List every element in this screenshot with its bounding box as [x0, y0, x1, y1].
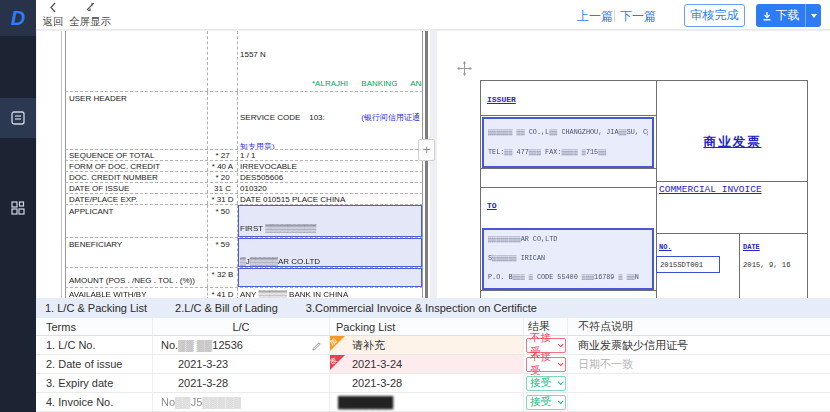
lc-field-tag: * 31 D: [208, 195, 238, 204]
invoice-title-en: COMMERCIAL INVOICE: [659, 184, 762, 195]
back-button[interactable]: 返回: [38, 2, 68, 29]
lc-row-applicant: APPLICANT * 50 FIRST ▒▒▒▒▒▒▒▒▒ SEA▒▒▒▒ ▒…: [65, 205, 423, 238]
chevron-down-icon: [558, 361, 563, 366]
invoice-no-label: NO.: [659, 243, 672, 251]
discrepancy-note: [568, 374, 830, 392]
packing-list-value: 2021-3-24: [352, 358, 402, 370]
flag-modify-ribbon: 改: [330, 355, 345, 370]
invoice-no-highlight: 2015SDT001: [656, 256, 720, 273]
packing-list-cell: 改 2021-3-24: [330, 355, 524, 373]
invoice-no-value: 2015SDT001: [660, 261, 703, 269]
chevron-down-icon: [558, 379, 564, 385]
lc-beneficiary-highlight: ▒J▒▒▒▒▒AR CO.LTD ▒▒▒▒ ANGZHO▒▒▒ ▒▒▒U,CHI…: [238, 238, 422, 267]
discrepancy-note: [568, 393, 830, 411]
lc-field-label: SEQUENCE OF TOTAL: [66, 151, 208, 160]
prev-article-link[interactable]: 上一篇: [577, 8, 613, 25]
lc-field-value: 1 / 1: [238, 151, 422, 160]
lc-field-label: APPLICANT: [66, 205, 208, 237]
result-select[interactable]: 接受: [526, 395, 566, 410]
chevron-down-icon: [811, 14, 817, 18]
lc-field-tag: * 59: [208, 238, 238, 267]
tab-lc-packing-list[interactable]: 1. L/C & Packing List: [36, 302, 161, 314]
sidebar: D: [0, 0, 36, 412]
table-row: 3. Expiry date 2021-3-28 2021-3-28 接受: [36, 374, 830, 393]
lc-field-value: IRREVOCABLE: [238, 162, 422, 171]
packing-list-value: 请补充: [352, 338, 385, 353]
invoice-issuer-line: ▒▒▒▒▒▒ ▒▒ CO.,L▒▒ CHANGZHOU, JIA▒▒SU, C▒…: [488, 129, 648, 136]
download-icon: [762, 11, 772, 21]
invoice-date-value: 2015, 9, 16: [743, 261, 790, 269]
app-window: D 返回: [0, 0, 830, 412]
fullscreen-button[interactable]: 全屏显示: [66, 2, 114, 29]
sidebar-item-documents[interactable]: [0, 98, 36, 138]
lc-field-value: DES505606: [238, 173, 422, 182]
panel-expand-button[interactable]: +: [418, 139, 435, 161]
lc-header-line: 1557 N: [240, 50, 420, 61]
download-dropdown-toggle[interactable]: [805, 4, 821, 27]
table-row: 2. Date of issue 2021-3-23 改 2021-3-24 不…: [36, 355, 830, 374]
tab-commercial-invoice-inspection[interactable]: 3.Commercial Invoice & Inspection on Cer…: [292, 302, 551, 314]
comparison-table: Terms L/C Packing List 结果 不符点说明 1. L/C N…: [36, 318, 830, 412]
lc-document: 1557 N *ALRAJHI BANKING AND INVESTMENT *…: [65, 31, 423, 298]
app-logo[interactable]: D: [0, 0, 36, 36]
lc-service-code: SERVICE CODE 103:: [240, 113, 325, 124]
lc-row-header: 1557 N *ALRAJHI BANKING AND INVESTMENT *…: [65, 31, 423, 92]
packing-list-cell: 加 请补充: [330, 336, 524, 354]
lc-field-value: DATE 010515 PLACE CHINA: [238, 195, 422, 204]
table-header-row: Terms L/C Packing List 结果 不符点说明: [36, 318, 830, 336]
lc-row-beneficiary: BENEFICIARY * 59 ▒J▒▒▒▒▒AR CO.LTD ▒▒▒▒ A…: [65, 238, 423, 268]
lc-field-label: DATE OF ISSUE: [66, 184, 208, 193]
result-cell: 接受: [524, 393, 568, 411]
sidebar-item-apps[interactable]: [0, 188, 36, 228]
logo-letter: D: [11, 7, 25, 30]
lc-bank-stamp-note: (银行间信用证通: [361, 113, 420, 124]
lc-cell: No.▒▒ ▒▒12536: [153, 336, 330, 354]
invoice-date-label: DATE: [743, 243, 760, 251]
discrepancy-note: 商业发票缺少信用证号: [568, 336, 830, 354]
invoice-to-highlight: ▒▒▒▒▒▒▒▒AR CO,LTD S▒▒▒▒▒▒ IRICAN P.O. B▒…: [482, 228, 654, 290]
packing-list-cell: ████████: [330, 393, 524, 411]
redacted-value: ████████: [338, 396, 392, 408]
review-complete-button[interactable]: 审核完成: [684, 4, 745, 27]
lc-field-tag: 31 C: [208, 184, 238, 193]
lc-field-label: BENEFICIARY: [66, 238, 208, 267]
fullscreen-label: 全屏显示: [69, 15, 111, 27]
topbar: 返回 全屏显示 上一篇 下一篇 审核完成 下载: [36, 0, 830, 30]
chevron-down-icon: [558, 398, 564, 404]
left-panel-scrollbar[interactable]: [425, 31, 428, 298]
lc-field-label: DOC. CREDIT NUMBER: [66, 173, 208, 182]
edit-pencil-icon[interactable]: [312, 341, 321, 353]
tab-lc-bill-of-lading[interactable]: 2.L/C & Bill of Lading: [161, 302, 292, 314]
lc-cell: 2021-3-28: [153, 374, 330, 392]
next-article-link[interactable]: 下一篇: [620, 8, 656, 25]
discrepancy-note: 日期不一致: [568, 355, 830, 373]
fullscreen-icon: [66, 2, 114, 15]
invoice-to-line: ▒▒▒▒▒▒▒▒AR CO,LTD: [488, 236, 648, 243]
col-header-note: 不符点说明: [568, 318, 830, 335]
lc-row-credit-number: DOC. CREDIT NUMBER * 20 DES505606: [65, 172, 423, 183]
back-chevron-icon: [38, 2, 68, 15]
lc-row-date-place-exp: DATE/PLACE EXP. * 31 D DATE 010515 PLACE…: [65, 194, 423, 205]
term-cell: 2. Date of issue: [36, 355, 153, 373]
term-cell: 1. L/C No.: [36, 336, 153, 354]
col-header-packing-list: Packing List: [330, 318, 524, 335]
result-select[interactable]: 接受: [526, 376, 566, 391]
comparison-tabbar: 1. L/C & Packing List 2.L/C & Bill of La…: [36, 298, 830, 318]
chevron-down-icon: [558, 342, 563, 347]
lc-field-label: AVAILABLE WITH/BY: [66, 288, 208, 298]
lc-amount-highlight: CURRENCY USD AMOUNT 560,000,: [238, 268, 422, 287]
lc-field-value: ANY ▒▒▒▒▒ BANK IN CHINA: [238, 288, 422, 298]
lc-row-form: FORM OF DOC. CREDIT * 40 A IRREVOCABLE: [65, 161, 423, 172]
lc-applicant-line: FIRST ▒▒▒▒▒▒▒▒▒: [240, 224, 420, 235]
invoice-to-line: P.O. B▒▒▒ ▒ CODE 55400 ▒▒▒16789 ▒ ▒▒N: [488, 274, 648, 281]
back-label: 返回: [43, 15, 64, 27]
result-select[interactable]: 不接受: [526, 357, 566, 372]
invoice-document-panel: ISSUER ▒▒▒▒▒▒ ▒▒ CO.,L▒▒ CHANGZHOU, JIA▒…: [437, 31, 830, 298]
link-divider: [614, 9, 615, 22]
lc-row-amount: AMOUNT (POS . /NEG . TOL . (%)) * 32 B C…: [65, 268, 423, 288]
download-split-button[interactable]: 下载: [756, 4, 821, 27]
move-handle-icon[interactable]: [457, 61, 473, 77]
table-row: 1. L/C No. No.▒▒ ▒▒12536 加 请补充 不接受 商业发票缺…: [36, 336, 830, 355]
lc-field-tag: * 50: [208, 205, 238, 237]
lc-beneficiary-line: ▒J▒▒▒▒▒AR CO.LTD: [240, 257, 420, 267]
